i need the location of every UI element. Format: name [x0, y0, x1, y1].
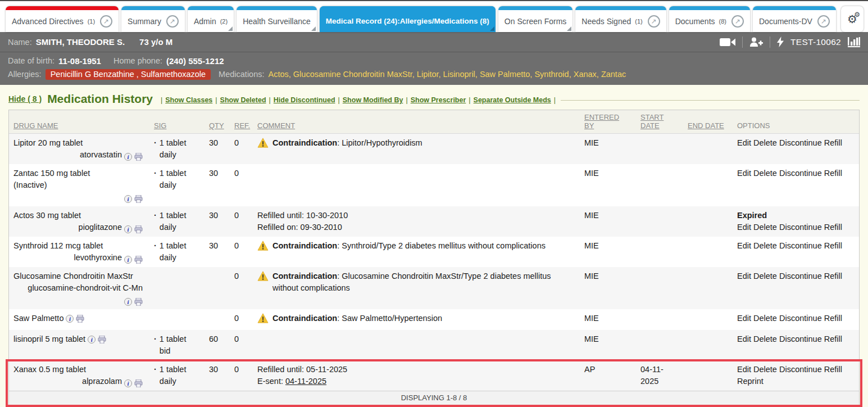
tab-label: Health Surveillance: [243, 17, 311, 26]
lightning-bolt-icon[interactable]: [777, 37, 784, 47]
row-actions[interactable]: Edit Delete Discontinue Refill: [737, 314, 842, 323]
print-monograph-icon[interactable]: [76, 315, 84, 323]
tab-health-surveillance[interactable]: Health Surveillance: [237, 6, 317, 32]
drug-name: Zantac 150 mg tablet: [13, 168, 147, 179]
drug-info-icon[interactable]: i: [124, 256, 132, 264]
bullet-icon: ·: [154, 168, 157, 203]
hide-section-link[interactable]: Hide ( 8 ): [8, 94, 42, 103]
open-in-new-window-icon[interactable]: ↗: [100, 15, 112, 28]
print-monograph-icon[interactable]: [134, 195, 143, 203]
drug-info-icon[interactable]: i: [66, 315, 74, 323]
divider: [770, 37, 770, 48]
print-monograph-icon[interactable]: [98, 336, 106, 343]
flowsheet-chart-icon[interactable]: [848, 37, 860, 47]
ref-value: 0: [230, 206, 253, 237]
col-header-start-date[interactable]: START DATE: [636, 110, 681, 133]
drug-generic-name: atorvastatin: [80, 150, 122, 159]
col-header-entered-by[interactable]: ENTERED BY: [580, 110, 625, 133]
bullet-icon: ·: [154, 333, 157, 357]
medications-list[interactable]: Actos, Glucosamine Chondroitin MaxStr, L…: [269, 70, 626, 79]
highlighted-region: Xanax 0.5 mg tablet alprazolami ·1 table…: [9, 360, 859, 405]
tab-on-screen-forms[interactable]: On Screen Forms: [498, 6, 572, 32]
print-monograph-icon[interactable]: [134, 298, 143, 306]
col-header-options: OPTIONS: [733, 110, 859, 133]
tab-count: (8): [719, 18, 726, 25]
col-header-ref[interactable]: REF.: [230, 110, 253, 133]
warning-icon: [257, 138, 269, 148]
tab-label: Documents: [675, 17, 715, 26]
show-prescriber-link[interactable]: Show Prescriber: [411, 96, 466, 104]
phone-label: Home phone:: [113, 56, 162, 65]
drug-info-icon[interactable]: i: [124, 225, 132, 233]
patient-age-sex: 73 y/o M: [139, 37, 172, 47]
tab-bar: Advanced Directives (1) ↗ Summary ↗ Admi…: [0, 1, 868, 32]
print-monograph-icon[interactable]: [134, 153, 143, 161]
hide-discontinued-link[interactable]: Hide Discontinued: [274, 96, 335, 104]
separate-outside-meds-link[interactable]: Separate Outside Meds: [474, 96, 551, 104]
row-actions[interactable]: Edit Delete Discontinue Refill: [737, 272, 842, 281]
row-actions[interactable]: Edit Delete Discontinue Refill Reprint: [737, 365, 842, 386]
qty-value: 30: [204, 164, 230, 206]
tab-documents-dv[interactable]: Documents-DV ↗: [753, 6, 836, 32]
print-monograph-icon[interactable]: [134, 379, 143, 387]
col-header-sig[interactable]: SIG: [149, 110, 204, 133]
open-in-new-window-icon[interactable]: ↗: [731, 15, 744, 28]
show-classes-link[interactable]: Show Classes: [165, 96, 212, 104]
comment-text: Refilled until: 05-11-2025 E-sent: 04-11…: [257, 364, 578, 387]
table-row: Lipitor 20 mg tablet atorvastatini ·1 ta…: [9, 134, 859, 164]
allergies-label: Allergies:: [8, 70, 42, 79]
allergies-badge[interactable]: Penicillin G Benzathine , Sulfamethoxazo…: [46, 69, 211, 80]
tab-medical-record-active[interactable]: Medical Record (24):Allergies/Medication…: [320, 6, 496, 32]
patient-name: SMITH, THEODORE S.: [36, 37, 125, 47]
col-header-qty[interactable]: QTY: [204, 110, 230, 133]
qty-value: 30: [204, 206, 230, 237]
add-person-icon[interactable]: [749, 37, 763, 47]
sig-text: 1 tablet daily: [160, 240, 193, 264]
tab-needs-signed[interactable]: Needs Signed (1) ↗: [575, 6, 666, 32]
ref-value: 0: [230, 360, 253, 391]
row-actions[interactable]: Edit Delete Discontinue Refill: [737, 334, 842, 343]
comment-text: Contraindication: Synthroid/Type 2 diabe…: [272, 240, 578, 264]
drug-info-icon[interactable]: i: [88, 336, 96, 343]
qty-value: 60: [204, 330, 230, 360]
ref-value: 0: [230, 134, 253, 164]
col-header-end-date[interactable]: END DATE: [683, 110, 728, 133]
medications-label: Medications:: [219, 70, 264, 79]
drug-info-icon[interactable]: i: [124, 153, 132, 161]
drug-info-icon[interactable]: i: [124, 379, 132, 387]
name-label: Name:: [8, 38, 32, 47]
show-deleted-link[interactable]: Show Deleted: [220, 96, 266, 104]
entered-by-value: MIE: [580, 309, 636, 330]
tab-label: Documents-DV: [759, 17, 812, 26]
gear-small-icon: ⚙: [854, 11, 860, 18]
table-row-highlighted: Xanax 0.5 mg tablet alprazolami ·1 table…: [9, 360, 859, 391]
table-row: Glucosamine Chondroitin MaxStr glucosami…: [9, 267, 859, 309]
drug-info-icon[interactable]: i: [124, 195, 132, 203]
settings-button[interactable]: ⚙ ⚙: [841, 6, 864, 32]
row-actions[interactable]: Edit Delete Discontinue Refill: [737, 223, 842, 232]
entered-by-value: MIE: [580, 267, 636, 309]
print-monograph-icon[interactable]: [134, 256, 143, 264]
open-in-new-window-icon[interactable]: ↗: [648, 15, 660, 28]
entered-by-value: MIE: [580, 134, 636, 164]
open-in-new-window-icon[interactable]: ↗: [166, 15, 179, 28]
drug-info-icon[interactable]: i: [124, 298, 132, 306]
comment-text: Refilled until: 10-30-2010 Refilled on: …: [257, 210, 578, 233]
tab-summary[interactable]: Summary ↗: [121, 6, 185, 32]
drug-name: Saw Palmetto: [13, 313, 63, 324]
tab-admin[interactable]: Admin (2): [188, 6, 234, 32]
col-header-drug-name[interactable]: DRUG NAME: [9, 110, 149, 133]
row-actions[interactable]: Edit Delete Discontinue Refill: [737, 169, 842, 178]
tab-documents[interactable]: Documents (8) ↗: [669, 6, 750, 32]
row-actions[interactable]: Edit Delete Discontinue Refill: [737, 138, 842, 147]
print-monograph-icon[interactable]: [134, 225, 143, 233]
esent-date-link[interactable]: 04-11-2025: [285, 377, 326, 386]
video-camera-icon[interactable]: [720, 38, 735, 47]
comment-text: Contraindication: Lipitor/Hypothyroidism: [272, 137, 578, 161]
row-actions[interactable]: Edit Delete Discontinue Refill: [737, 241, 842, 250]
tab-advanced-directives[interactable]: Advanced Directives (1) ↗: [6, 6, 119, 32]
drug-generic-name: pioglitazone: [79, 223, 122, 232]
show-modified-by-link[interactable]: Show Modified By: [343, 96, 403, 104]
open-in-new-window-icon[interactable]: ↗: [817, 15, 830, 28]
col-header-comment[interactable]: COMMENT: [253, 110, 580, 133]
